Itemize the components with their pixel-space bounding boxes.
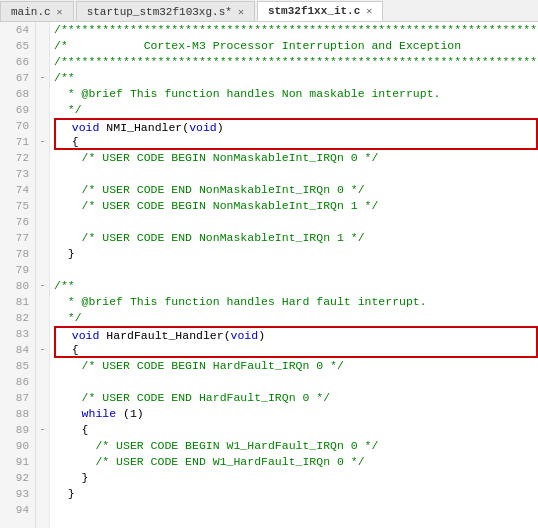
code-line: * @brief This function handles Hard faul… [54, 294, 538, 310]
fold-indicator [36, 22, 49, 38]
code-line: void NMI_Handler(void) [54, 118, 538, 134]
code-line: /* USER CODE END W1_HardFault_IRQn 0 */ [54, 454, 538, 470]
line-number: 82 [6, 310, 29, 326]
line-number: 74 [6, 182, 29, 198]
line-number: 93 [6, 486, 29, 502]
fold-indicator [36, 390, 49, 406]
code-line: /***************************************… [54, 22, 538, 38]
code-line: { [54, 342, 538, 358]
code-line [54, 374, 538, 390]
code-line: } [54, 246, 538, 262]
fold-indicator [36, 358, 49, 374]
code-line: */ [54, 102, 538, 118]
code-line: { [54, 134, 538, 150]
line-number: 83 [6, 326, 29, 342]
fold-indicator [36, 118, 49, 134]
line-number: 71 [6, 134, 29, 150]
fold-indicator[interactable]: - [36, 278, 49, 294]
fold-indicator[interactable]: - [36, 70, 49, 86]
tab-bar: main.c ✕ startup_stm32f103xg.s* ✕ stm32f… [0, 0, 538, 22]
fold-indicator [36, 214, 49, 230]
code-line: /* USER CODE BEGIN HardFault_IRQn 0 */ [54, 358, 538, 374]
fold-indicator [36, 102, 49, 118]
fold-indicator [36, 470, 49, 486]
fold-indicator [36, 230, 49, 246]
tab-stm32f1xx-it[interactable]: stm32f1xx_it.c ✕ [257, 1, 383, 21]
code-line [54, 262, 538, 278]
line-number: 64 [6, 22, 29, 38]
fold-indicator [36, 86, 49, 102]
close-icon[interactable]: ✕ [366, 5, 372, 17]
code-line [54, 502, 538, 518]
fold-indicator[interactable]: - [36, 342, 49, 358]
line-number: 80 [6, 278, 29, 294]
line-number: 73 [6, 166, 29, 182]
code-line: { [54, 422, 538, 438]
line-number: 90 [6, 438, 29, 454]
line-number: 72 [6, 150, 29, 166]
close-icon[interactable]: ✕ [238, 6, 244, 18]
line-number: 77 [6, 230, 29, 246]
line-number: 92 [6, 470, 29, 486]
fold-indicator[interactable]: - [36, 134, 49, 150]
line-number: 79 [6, 262, 29, 278]
code-line: /* USER CODE END NonMaskableInt_IRQn 0 *… [54, 182, 538, 198]
line-number: 68 [6, 86, 29, 102]
code-line: } [54, 470, 538, 486]
code-line: /* USER CODE END NonMaskableInt_IRQn 1 *… [54, 230, 538, 246]
fold-indicator [36, 326, 49, 342]
fold-indicator [36, 150, 49, 166]
tab-label: stm32f1xx_it.c [268, 5, 360, 17]
tab-main-c[interactable]: main.c ✕ [0, 1, 74, 21]
line-number: 75 [6, 198, 29, 214]
fold-indicator [36, 374, 49, 390]
line-number: 91 [6, 454, 29, 470]
fold-column: ----- [36, 22, 50, 528]
line-number: 78 [6, 246, 29, 262]
code-line: } [54, 486, 538, 502]
code-line: /** [54, 278, 538, 294]
fold-indicator [36, 262, 49, 278]
line-number: 88 [6, 406, 29, 422]
fold-indicator [36, 54, 49, 70]
code-line: /* Cortex-M3 Processor Interruption and … [54, 38, 538, 54]
line-number: 86 [6, 374, 29, 390]
code-line: */ [54, 310, 538, 326]
fold-indicator [36, 502, 49, 518]
code-line: /* USER CODE BEGIN NonMaskableInt_IRQn 0… [54, 150, 538, 166]
code-line: /* USER CODE BEGIN W1_HardFault_IRQn 0 *… [54, 438, 538, 454]
fold-indicator [36, 294, 49, 310]
fold-indicator [36, 406, 49, 422]
code-line: /** [54, 70, 538, 86]
line-number: 66 [6, 54, 29, 70]
fold-indicator [36, 438, 49, 454]
line-number: 87 [6, 390, 29, 406]
fold-indicator[interactable]: - [36, 422, 49, 438]
line-number: 69 [6, 102, 29, 118]
tab-startup[interactable]: startup_stm32f103xg.s* ✕ [76, 1, 255, 21]
line-numbers: 6465666768697071727374757677787980818283… [0, 22, 36, 528]
fold-indicator [36, 246, 49, 262]
line-number: 67 [6, 70, 29, 86]
code-line: * @brief This function handles Non maska… [54, 86, 538, 102]
tab-label: startup_stm32f103xg.s* [87, 6, 232, 18]
tab-label: main.c [11, 6, 51, 18]
line-number: 76 [6, 214, 29, 230]
code-line: void HardFault_Handler(void) [54, 326, 538, 342]
fold-indicator [36, 310, 49, 326]
fold-indicator [36, 486, 49, 502]
line-number: 84 [6, 342, 29, 358]
line-number: 81 [6, 294, 29, 310]
line-number: 89 [6, 422, 29, 438]
close-icon[interactable]: ✕ [57, 6, 63, 18]
code-line: /* USER CODE END HardFault_IRQn 0 */ [54, 390, 538, 406]
fold-indicator [36, 454, 49, 470]
line-number: 70 [6, 118, 29, 134]
fold-indicator [36, 166, 49, 182]
code-line [54, 214, 538, 230]
code-line: while (1) [54, 406, 538, 422]
line-number: 85 [6, 358, 29, 374]
fold-indicator [36, 182, 49, 198]
fold-indicator [36, 38, 49, 54]
code-content[interactable]: /***************************************… [50, 22, 538, 528]
